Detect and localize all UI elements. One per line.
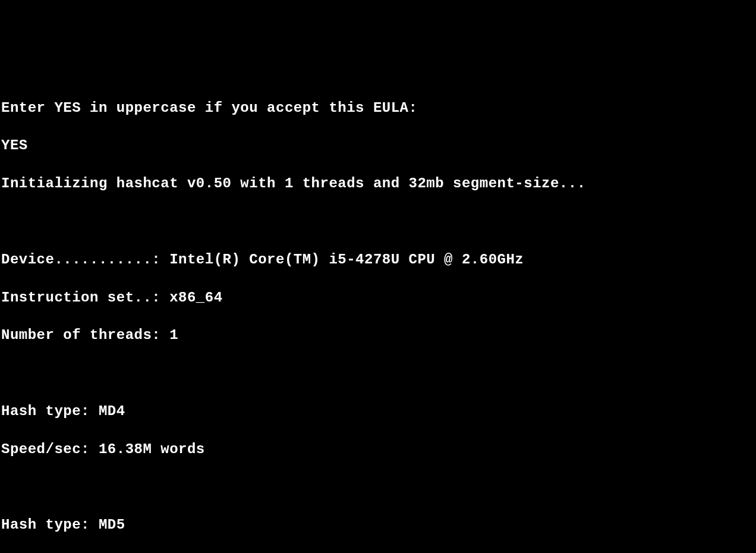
eula-prompt: Enter YES in uppercase if you accept thi…	[1, 99, 756, 118]
init-message: Initializing hashcat v0.50 with 1 thread…	[1, 174, 756, 193]
eula-response: YES	[1, 136, 756, 155]
benchmark-hash-type: Hash type: MD4	[1, 402, 756, 421]
terminal-output: Enter YES in uppercase if you accept thi…	[1, 80, 756, 553]
blank-line	[1, 212, 756, 231]
threads-info: Number of threads: 1	[1, 326, 756, 345]
device-info: Device...........: Intel(R) Core(TM) i5-…	[1, 250, 756, 269]
blank-line	[1, 364, 756, 383]
blank-line	[1, 478, 756, 497]
benchmark-hash-type: Hash type: MD5	[1, 516, 756, 535]
instruction-set-info: Instruction set..: x86_64	[1, 288, 756, 307]
benchmark-speed: Speed/sec: 16.38M words	[1, 440, 756, 459]
